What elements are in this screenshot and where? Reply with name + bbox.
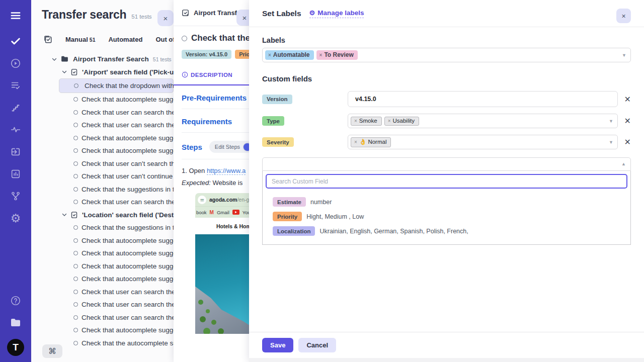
tree-test-item[interactable]: Check that user can search the 'Location…	[59, 311, 174, 324]
custom-field-option[interactable]: PriorityHight, Medium , Low	[273, 209, 627, 224]
plans-list-icon[interactable]	[9, 79, 22, 92]
type-select[interactable]: ×Smoke×Usability▼	[348, 114, 618, 128]
value-chip[interactable]: ×Usability	[384, 117, 419, 126]
custom-field-option[interactable]: Estimatenumber	[273, 195, 627, 209]
projects-folder-icon[interactable]	[9, 316, 22, 329]
option-description: number	[310, 199, 332, 206]
tree-test-item[interactable]: Check that autocomplete suggestions	[59, 93, 174, 106]
tree-test-item[interactable]: Check that autocomplete suggestions	[59, 144, 174, 157]
tree-suite-item[interactable]: 'Airport' search field ('Pick-up Airport…	[31, 66, 174, 79]
tree-test-item[interactable]: Check that the suggestions in the	[59, 183, 174, 196]
tests-count: 51 tests	[131, 14, 151, 20]
close-modal-button[interactable]: ×	[616, 9, 631, 23]
section-heading[interactable]: Requirements	[182, 117, 232, 126]
custom-field-option[interactable]: LocalizationUkrainian, English, German, …	[273, 224, 627, 238]
section-pre-requirements: Pre-Requirements	[182, 85, 249, 109]
tree-test-item[interactable]: Check that the suggestions in the	[59, 221, 174, 234]
command-shortcut-badge[interactable]: ⌘	[42, 344, 62, 358]
pulse-icon[interactable]	[9, 123, 22, 136]
add-field-select[interactable]: ▲	[262, 157, 631, 171]
test-detail-panel: Airport Transfer × Check that the Versio…	[174, 0, 249, 362]
tree-test-item[interactable]: Check that autocomplete suggestions	[59, 234, 174, 247]
label-chip[interactable]: ×Automatable	[265, 50, 314, 60]
value-chip[interactable]: ×Smoke	[351, 117, 382, 126]
detail-body: Check that the Version: v4.15.0 Priority…	[174, 26, 249, 334]
tree-test-item[interactable]: Check that user can search the 'Location…	[59, 298, 174, 311]
tree-test-item[interactable]: Check that autocomplete suggestions	[59, 132, 174, 145]
remove-tag-icon[interactable]: ×	[388, 118, 391, 124]
option-tag: Priority	[273, 212, 302, 221]
remove-tag-icon[interactable]: ×	[319, 52, 323, 58]
tab-out-of-sync[interactable]: Out of sync	[155, 36, 174, 43]
tree-test-item[interactable]: Check that autocomplete suggestions	[59, 260, 174, 273]
tab-manual[interactable]: Manual51	[65, 36, 95, 43]
test-circle-icon	[73, 97, 78, 102]
tree-test-item[interactable]: Check that autocomplete suggestions	[59, 247, 174, 260]
version-input[interactable]	[348, 91, 618, 107]
menu-icon[interactable]	[9, 9, 22, 22]
chevron-down-icon[interactable]	[51, 56, 57, 62]
severity-select[interactable]: ×👌 Normal▼	[348, 135, 618, 149]
tree-test-item[interactable]: Check that autocomplete suggestions	[59, 273, 174, 286]
import-icon[interactable]	[9, 145, 22, 158]
tab-automated[interactable]: Automated	[108, 36, 142, 43]
remove-tag-icon[interactable]: ×	[354, 139, 357, 145]
help-icon[interactable]	[9, 294, 22, 307]
tree-suite-item[interactable]: 'Location' search field ('Destination')	[31, 209, 174, 222]
tree-test-item[interactable]: Check that user can't search the airport	[59, 157, 174, 170]
custom-field-row-severity: Severity ×👌 Normal▼ ✕	[262, 135, 631, 149]
steps-icon[interactable]	[9, 101, 22, 114]
save-button[interactable]: Save	[262, 338, 293, 352]
labels-select[interactable]: ×Automatable▼×To Review	[262, 48, 631, 62]
branch-icon[interactable]	[9, 190, 22, 203]
remove-tag-icon[interactable]: ×	[354, 118, 357, 124]
page-title: Transfer search	[42, 8, 126, 22]
toggle-knob	[244, 143, 249, 151]
tree-test-item[interactable]: Check that the autocomplete suggestions	[59, 337, 174, 350]
tree-folder-item[interactable]: Airport Transfer Search51 tests	[31, 53, 174, 66]
tree-filter-tabs: Manual51 Automated Out of sync	[31, 22, 174, 49]
chevron-down-icon[interactable]	[61, 69, 67, 75]
value-chip[interactable]: ×👌 Normal	[351, 137, 391, 147]
remove-tag-icon[interactable]: ×	[268, 52, 271, 58]
tests-check-icon[interactable]	[9, 35, 22, 48]
tab-description[interactable]: DESCRIPTION	[182, 71, 232, 78]
step-link[interactable]: https://www.a	[207, 167, 246, 175]
test-circle-icon	[73, 328, 78, 332]
tree-test-item[interactable]: Check that user can search the airport	[59, 119, 174, 132]
test-circle-icon	[73, 225, 78, 230]
remove-field-version-button[interactable]: ✕	[618, 95, 631, 104]
remove-field-type-button[interactable]: ✕	[618, 116, 631, 126]
folder-icon	[60, 55, 69, 63]
analytics-icon[interactable]	[9, 167, 22, 180]
close-tree-tab-button[interactable]: ×	[157, 10, 174, 26]
test-tree-panel: Transfer search 51 tests × Manual51 Auto…	[31, 0, 174, 362]
chevron-down-icon[interactable]	[61, 212, 67, 218]
remove-field-severity-button[interactable]: ✕	[618, 137, 631, 147]
edit-steps-toggle[interactable]: Edit Steps	[209, 141, 249, 153]
cancel-button[interactable]: Cancel	[298, 338, 336, 352]
logo-letter: T	[13, 342, 19, 353]
section-heading[interactable]: Pre-Requirements	[182, 94, 247, 102]
detail-tab-label[interactable]: Airport Transfer	[194, 9, 243, 17]
tree-test-item[interactable]: Check that the dropdown with relevant	[59, 78, 174, 93]
search-custom-field-input[interactable]	[266, 174, 627, 189]
tree-test-item[interactable]: Check that user can't continue transfer	[59, 170, 174, 183]
batch-select-icon[interactable]	[43, 35, 52, 44]
settings-gear-icon[interactable]: ⚙	[9, 212, 22, 225]
runs-play-icon[interactable]	[9, 57, 22, 70]
tree-test-item[interactable]: Check that autocomplete suggestions	[59, 324, 174, 337]
custom-field-row-type: Type ×Smoke×Usability▼ ✕	[262, 114, 631, 128]
close-detail-tab-button[interactable]: ×	[236, 10, 249, 26]
manage-labels-link[interactable]: ⚙ Manage labels	[309, 9, 364, 18]
logo-T[interactable]: T	[7, 339, 24, 356]
section-heading[interactable]: Steps	[182, 143, 202, 151]
label-chip[interactable]: ×To Review	[316, 50, 358, 60]
tree-test-item[interactable]: Check that user can search the airport	[59, 106, 174, 119]
test-title: Check that the	[182, 33, 249, 43]
tree-test-item[interactable]: Check that user can search the 'Location…	[59, 286, 174, 299]
priority-badge: Priority	[235, 50, 249, 59]
test-circle-icon	[73, 238, 78, 243]
tree-test-item[interactable]: Check that user can search the airport	[59, 196, 174, 209]
modal-bottom-strip	[249, 358, 644, 362]
